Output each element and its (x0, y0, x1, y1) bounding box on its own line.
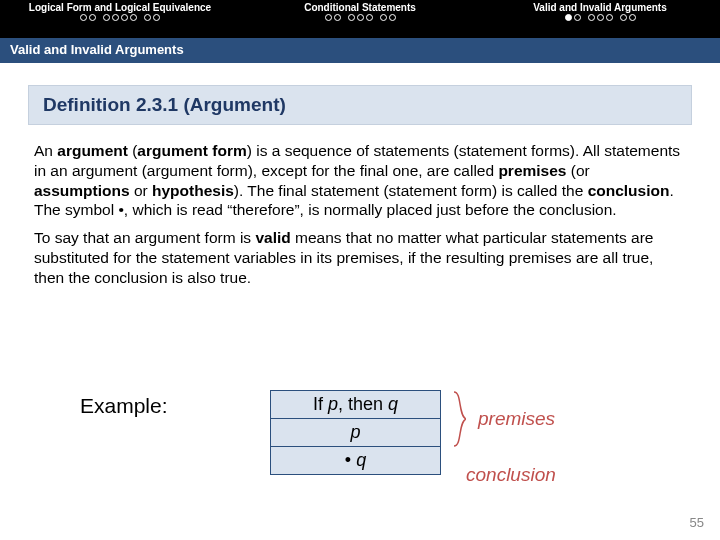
paragraph-2: To say that an argument form is valid me… (34, 228, 686, 287)
nav-dots (490, 14, 710, 21)
nav-dots (10, 14, 230, 21)
nav-label: Conditional Statements (250, 2, 470, 13)
premise-cell-1: If p, then q (271, 391, 441, 419)
table-row: If p, then q (271, 391, 441, 419)
nav-dots (250, 14, 470, 21)
nav-section-conditional[interactable]: Conditional Statements (240, 0, 480, 38)
nav-label: Logical Form and Logical Equivalence (10, 2, 230, 13)
body-text: An argument (argument form) is a sequenc… (28, 133, 692, 300)
conclusion-cell: • q (271, 447, 441, 475)
paragraph-1: An argument (argument form) is a sequenc… (34, 141, 686, 220)
brace-icon (452, 390, 466, 448)
nav-section-valid-invalid[interactable]: Valid and Invalid Arguments (480, 0, 720, 38)
annotation-premises: premises (478, 408, 555, 430)
nav-label: Valid and Invalid Arguments (490, 2, 710, 13)
top-nav: Logical Form and Logical Equivalence Con… (0, 0, 720, 38)
argument-table: If p, then q p • q (270, 390, 441, 475)
slide: Logical Form and Logical Equivalence Con… (0, 0, 720, 540)
definition-title: Definition 2.3.1 (Argument) (43, 94, 286, 115)
table-row: • q (271, 447, 441, 475)
definition-box: Definition 2.3.1 (Argument) (28, 85, 692, 125)
section-subheader: Valid and Invalid Arguments (0, 38, 720, 63)
premise-cell-2: p (271, 419, 441, 447)
nav-section-logical-form[interactable]: Logical Form and Logical Equivalence (0, 0, 240, 38)
table-row: p (271, 419, 441, 447)
example-label: Example: (80, 394, 168, 418)
page-number: 55 (690, 515, 704, 530)
annotation-conclusion: conclusion (466, 464, 556, 486)
